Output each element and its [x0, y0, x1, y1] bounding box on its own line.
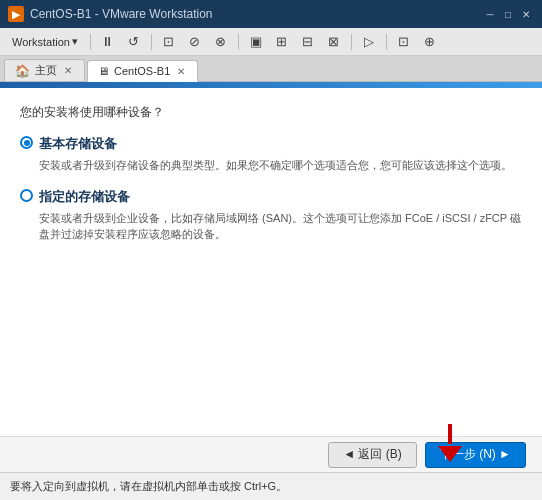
tab-home-label: 主页	[35, 63, 57, 78]
red-arrow-indicator	[438, 424, 462, 462]
tab-home[interactable]: 🏠 主页 ✕	[4, 59, 85, 81]
close-button[interactable]: ✕	[518, 6, 534, 22]
toolbar-icon-8[interactable]: ⊟	[297, 31, 319, 53]
option2-header: 指定的存储设备	[20, 188, 522, 206]
option2-desc: 安装或者升级到企业设备，比如存储局域网络 (SAN)。这个选项可让您添加 FCo…	[39, 210, 522, 243]
toolbar-icon-10[interactable]: ▷	[358, 31, 380, 53]
arrow-line	[448, 424, 452, 444]
back-button[interactable]: ◄ 返回 (B)	[328, 442, 417, 468]
toolbar-icon-5[interactable]: ⊗	[210, 31, 232, 53]
tab-home-close[interactable]: ✕	[62, 65, 74, 76]
toolbar-icon-6[interactable]: ▣	[245, 31, 267, 53]
back-label: ◄ 返回 (B)	[343, 446, 402, 463]
maximize-button[interactable]: □	[500, 6, 516, 22]
tab-vm[interactable]: 🖥 CentOS-B1 ✕	[87, 60, 198, 82]
workstation-menu[interactable]: Workstation ▾	[6, 33, 84, 50]
question-text: 您的安装将使用哪种设备？	[20, 104, 522, 121]
title-bar: ▶ CentOS-B1 - VMware Workstation ─ □ ✕	[0, 0, 542, 28]
workstation-label: Workstation	[12, 36, 70, 48]
pause-button[interactable]: ⏸	[97, 31, 119, 53]
status-bar: 要将入定向到虚拟机，请在虚拟机内部单击或按 Ctrl+G。	[0, 472, 542, 500]
tab-vm-label: CentOS-B1	[114, 65, 170, 77]
toolbar-icon-2[interactable]: ↺	[123, 31, 145, 53]
option1-header: 基本存储设备	[20, 135, 522, 153]
toolbar-icon-11[interactable]: ⊡	[393, 31, 415, 53]
toolbar-icon-12[interactable]: ⊕	[419, 31, 441, 53]
option1-title: 基本存储设备	[39, 135, 117, 153]
toolbar-separator-2	[151, 34, 152, 50]
radio-specified-storage[interactable]	[20, 189, 33, 202]
home-icon: 🏠	[15, 64, 30, 78]
toolbar-separator-1	[90, 34, 91, 50]
toolbar-icon-7[interactable]: ⊞	[271, 31, 293, 53]
toolbar-icon-4[interactable]: ⊘	[184, 31, 206, 53]
window-title: CentOS-B1 - VMware Workstation	[30, 7, 482, 21]
radio-basic-storage[interactable]	[20, 136, 33, 149]
dropdown-arrow-icon: ▾	[72, 35, 78, 48]
tab-bar: 🏠 主页 ✕ 🖥 CentOS-B1 ✕	[0, 56, 542, 82]
main-content: 您的安装将使用哪种设备？ 基本存储设备 安装或者升级到存储设备的典型类型。如果您…	[0, 88, 542, 436]
vm-icon: 🖥	[98, 65, 109, 77]
toolbar-separator-3	[238, 34, 239, 50]
option2-title: 指定的存储设备	[39, 188, 130, 206]
toolbar-icon-9[interactable]: ⊠	[323, 31, 345, 53]
toolbar-separator-4	[351, 34, 352, 50]
main-toolbar: Workstation ▾ ⏸ ↺ ⊡ ⊘ ⊗ ▣ ⊞ ⊟ ⊠ ▷ ⊡ ⊕	[0, 28, 542, 56]
window-controls: ─ □ ✕	[482, 6, 534, 22]
app-window: ▶ CentOS-B1 - VMware Workstation ─ □ ✕ W…	[0, 0, 542, 500]
status-text: 要将入定向到虚拟机，请在虚拟机内部单击或按 Ctrl+G。	[10, 479, 287, 494]
app-icon: ▶	[8, 6, 24, 22]
toolbar-separator-5	[386, 34, 387, 50]
minimize-button[interactable]: ─	[482, 6, 498, 22]
arrow-head	[438, 446, 462, 462]
toolbar-icon-3[interactable]: ⊡	[158, 31, 180, 53]
tab-vm-close[interactable]: ✕	[175, 66, 187, 77]
option1-desc: 安装或者升级到存储设备的典型类型。如果您不确定哪个选项适合您，您可能应该选择这个…	[39, 157, 522, 174]
option-basic-storage: 基本存储设备 安装或者升级到存储设备的典型类型。如果您不确定哪个选项适合您，您可…	[20, 135, 522, 174]
option-specified-storage: 指定的存储设备 安装或者升级到企业设备，比如存储局域网络 (SAN)。这个选项可…	[20, 188, 522, 243]
